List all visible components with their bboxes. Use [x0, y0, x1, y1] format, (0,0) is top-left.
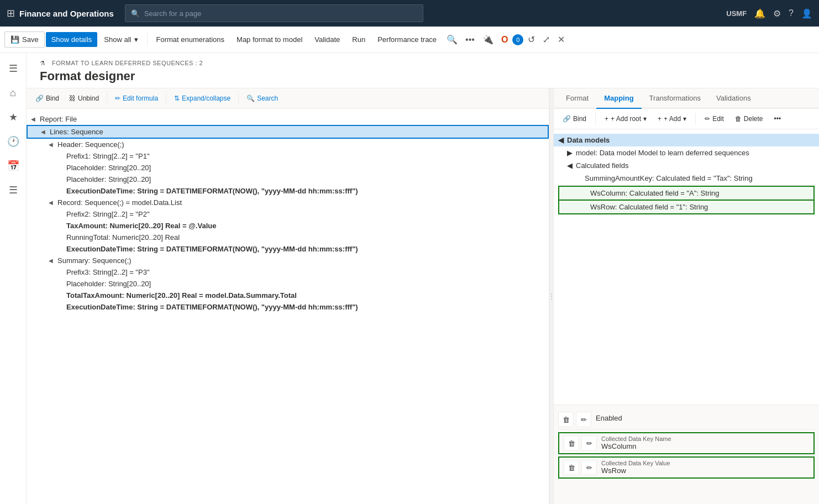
- tree-item-placeholder2[interactable]: Placeholder: String[20..20]: [27, 174, 549, 185]
- dm-item-wsrow[interactable]: WsRow: Calculated field = "1": String: [558, 201, 815, 214]
- tree-toggle-header[interactable]: ◀: [49, 141, 57, 148]
- map-format-button[interactable]: Map format to model: [231, 32, 308, 47]
- dm-item-summing[interactable]: SummingAmountKey: Calculated field = "Ta…: [554, 172, 819, 185]
- global-search-input[interactable]: [144, 9, 417, 18]
- prop-keyvalue-actions: 🗑 ✏: [564, 460, 597, 475]
- top-navigation: ⊞ Finance and Operations 🔍 USMF 🔔 ⚙ ? 👤: [0, 0, 819, 27]
- run-button[interactable]: Run: [347, 32, 371, 47]
- tree-item-execdate1[interactable]: ExecutionDateTime: String = DATETIMEFORM…: [27, 185, 549, 197]
- dm-item-model[interactable]: ▶ model: Data model Model to learn defer…: [554, 146, 819, 159]
- dm-toggle-model[interactable]: ▶: [567, 149, 573, 157]
- tree-toggle-summary[interactable]: ◀: [49, 258, 57, 264]
- show-details-button[interactable]: Show details: [46, 32, 98, 47]
- search-tool-icon: 🔍: [246, 95, 255, 102]
- sidebar-icon-workspaces[interactable]: 📅: [2, 155, 24, 177]
- prop-keyname-delete-btn[interactable]: 🗑: [564, 435, 579, 451]
- prop-keyname-edit-btn[interactable]: ✏: [581, 435, 597, 451]
- dm-item-root[interactable]: ◀ Data models: [554, 134, 819, 146]
- tab-format[interactable]: Format: [558, 88, 596, 109]
- filter-icon[interactable]: ⚗: [40, 60, 46, 66]
- tree-item-prefix1[interactable]: Prefix1: String[2..2] = "P1": [27, 150, 549, 162]
- prop-enabled-edit-btn[interactable]: ✏: [576, 412, 591, 427]
- edit-mapping-button[interactable]: ✏ Edit: [700, 112, 728, 125]
- tree-toggle-record[interactable]: ◀: [49, 200, 57, 206]
- tab-transformations[interactable]: Transformations: [642, 88, 708, 109]
- validate-button[interactable]: Validate: [309, 32, 345, 47]
- mapping-panel: Format Mapping Transformations Validatio…: [554, 88, 819, 504]
- format-enumerations-button[interactable]: Format enumerations: [151, 32, 230, 47]
- dm-item-calcfields[interactable]: ◀ Calculated fields: [554, 159, 819, 172]
- sidebar-icon-home[interactable]: ⌂: [2, 82, 24, 104]
- prop-enabled-actions: 🗑 ✏: [558, 412, 591, 427]
- expand-collapse-button[interactable]: ⇅ Expand/collapse: [170, 92, 235, 105]
- add-root-icon: +: [605, 115, 608, 123]
- mapping-tabs: Format Mapping Transformations Validatio…: [554, 88, 819, 109]
- prop-enabled-delete-btn[interactable]: 🗑: [558, 412, 574, 427]
- dm-toggle-calcfields[interactable]: ◀: [567, 161, 573, 170]
- close-icon[interactable]: ✕: [554, 32, 568, 47]
- add-root-button[interactable]: + + Add root ▾: [600, 112, 651, 125]
- prop-row-enabled: 🗑 ✏ Enabled: [558, 410, 815, 430]
- plugin-icon[interactable]: 🔌: [479, 32, 497, 47]
- prop-row-keyvalue: 🗑 ✏ Collected data key value WsRow: [558, 456, 815, 479]
- avatar[interactable]: 👤: [801, 8, 812, 19]
- delete-mapping-button[interactable]: 🗑 Delete: [731, 112, 768, 125]
- more-mapping-button[interactable]: •••: [770, 112, 786, 125]
- tree-item-execdate2[interactable]: ExecutionDateTime: String = DATETIMEFORM…: [27, 243, 549, 255]
- settings-icon[interactable]: ⚙: [773, 8, 781, 19]
- prop-keyvalue-delete-btn[interactable]: 🗑: [564, 460, 579, 475]
- tree-item-placeholder1[interactable]: Placeholder: String[20..20]: [27, 162, 549, 174]
- panel-resize-handle[interactable]: ⋮: [549, 88, 554, 504]
- dm-toggle-root[interactable]: ◀: [558, 136, 564, 144]
- tree-item-report[interactable]: ◀ Report: File: [27, 113, 549, 125]
- tree-toggle-report[interactable]: ◀: [31, 116, 40, 122]
- notification-icon[interactable]: 🔔: [754, 8, 765, 19]
- tree-item-record[interactable]: ◀ Record: Sequence(;) = model.Data.List: [27, 197, 549, 208]
- sidebar-icon-modules[interactable]: ☰: [2, 179, 24, 201]
- search-tool-button[interactable]: 🔍 Search: [242, 92, 282, 105]
- prop-keyvalue-edit-btn[interactable]: ✏: [581, 460, 597, 475]
- tree-item-placeholder3[interactable]: Placeholder: String[20..20]: [27, 278, 549, 290]
- edit-formula-icon: ✏: [115, 95, 120, 102]
- sidebar-icon-favorites[interactable]: ★: [2, 106, 24, 128]
- format-tree: ◀ Report: File ◀ Lines: Sequence ◀ Heade…: [27, 109, 549, 504]
- show-all-button[interactable]: Show all ▾: [98, 32, 143, 47]
- tree-toggle-lines[interactable]: ◀: [41, 129, 50, 135]
- add-button[interactable]: + + Add ▾: [653, 112, 691, 125]
- tree-item-taxamount[interactable]: TaxAmount: Numeric[20..20] Real = @.Valu…: [27, 220, 549, 232]
- search-icon: 🔍: [131, 9, 140, 18]
- search-cmd-icon[interactable]: 🔍: [443, 32, 461, 47]
- more-cmd-icon[interactable]: •••: [462, 33, 478, 47]
- help-icon[interactable]: ?: [789, 8, 794, 18]
- tree-item-prefix3[interactable]: Prefix3: String[2..2] = "P3": [27, 266, 549, 278]
- tree-item-prefix2[interactable]: Prefix2: String[2..2] = "P2": [27, 208, 549, 220]
- sidebar-icon-menu[interactable]: ☰: [2, 57, 24, 80]
- global-search-box[interactable]: 🔍: [125, 4, 423, 22]
- performance-trace-button[interactable]: Performance trace: [372, 32, 442, 47]
- bind-icon: 🔗: [35, 95, 44, 102]
- dm-item-wscol[interactable]: WsColumn: Calculated field = "A": String: [558, 186, 815, 201]
- tab-mapping[interactable]: Mapping: [596, 88, 641, 109]
- tree-item-totaltax[interactable]: TotalTaxAmount: Numeric[20..20] Real = m…: [27, 290, 549, 301]
- tree-item-runningtotal[interactable]: RunningTotal: Numeric[20..20] Real: [27, 232, 549, 243]
- tree-item-lines[interactable]: ◀ Lines: Sequence: [27, 125, 549, 139]
- tree-item-execdate3[interactable]: ExecutionDateTime: String = DATETIMEFORM…: [27, 301, 549, 313]
- tree-item-summary[interactable]: ◀ Summary: Sequence(;): [27, 255, 549, 266]
- mapping-bind-button[interactable]: 🔗 Bind: [558, 112, 591, 125]
- nav-right: USMF 🔔 ⚙ ? 👤: [726, 8, 812, 19]
- data-model-tree: ◀ Data models ▶ model: Data model Model …: [554, 129, 819, 405]
- prop-enabled-content: Enabled: [596, 412, 815, 424]
- external-link-icon[interactable]: ⤢: [539, 32, 553, 47]
- save-button[interactable]: 💾 Save: [4, 32, 45, 48]
- unbind-tool-button[interactable]: ⛓ Unbind: [65, 92, 103, 105]
- add-icon: +: [658, 115, 662, 123]
- sidebar-icon-recent[interactable]: 🕐: [2, 130, 24, 153]
- app-grid-icon[interactable]: ⊞: [7, 7, 15, 19]
- prop-keyvalue-value: WsRow: [601, 466, 809, 475]
- refresh-icon[interactable]: ↺: [524, 32, 538, 47]
- bind-tool-button[interactable]: 🔗 Bind: [31, 92, 64, 105]
- edit-formula-button[interactable]: ✏ Edit formula: [111, 92, 162, 105]
- office-icon[interactable]: O: [498, 33, 511, 47]
- tree-item-header[interactable]: ◀ Header: Sequence(;): [27, 139, 549, 150]
- tab-validations[interactable]: Validations: [708, 88, 759, 109]
